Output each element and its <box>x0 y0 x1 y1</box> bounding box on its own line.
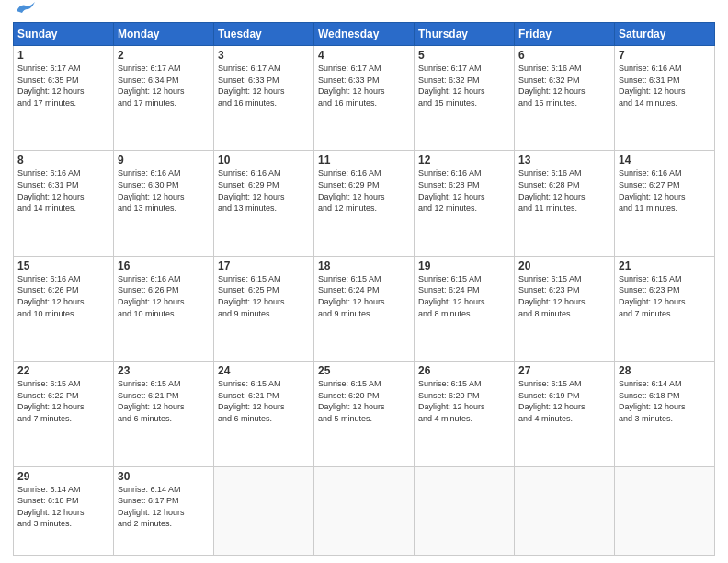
calendar-cell: 18Sunrise: 6:15 AM Sunset: 6:24 PM Dayli… <box>314 256 415 361</box>
header <box>13 9 715 17</box>
calendar-cell <box>615 466 715 555</box>
day-info: Sunrise: 6:16 AM Sunset: 6:30 PM Dayligh… <box>118 167 210 213</box>
day-info: Sunrise: 6:16 AM Sunset: 6:28 PM Dayligh… <box>518 167 610 213</box>
day-info: Sunrise: 6:15 AM Sunset: 6:22 PM Dayligh… <box>17 378 109 424</box>
day-number: 5 <box>418 49 510 62</box>
day-number: 22 <box>17 364 109 377</box>
calendar-cell: 10Sunrise: 6:16 AM Sunset: 6:29 PM Dayli… <box>214 151 314 256</box>
day-info: Sunrise: 6:15 AM Sunset: 6:19 PM Dayligh… <box>518 378 610 424</box>
day-number: 19 <box>418 259 510 272</box>
calendar-header-row: Sunday Monday Tuesday Wednesday Thursday… <box>14 23 715 46</box>
day-number: 21 <box>619 259 711 272</box>
day-info: Sunrise: 6:16 AM Sunset: 6:26 PM Dayligh… <box>118 273 210 319</box>
calendar-cell: 29Sunrise: 6:14 AM Sunset: 6:18 PM Dayli… <box>14 466 114 555</box>
col-wednesday: Wednesday <box>314 23 415 46</box>
day-number: 29 <box>17 470 109 483</box>
logo-bird-icon <box>15 2 35 17</box>
day-number: 7 <box>619 49 711 62</box>
day-number: 18 <box>318 259 410 272</box>
day-number: 23 <box>118 364 210 377</box>
day-info: Sunrise: 6:17 AM Sunset: 6:33 PM Dayligh… <box>218 63 310 109</box>
calendar-cell: 25Sunrise: 6:15 AM Sunset: 6:20 PM Dayli… <box>314 362 415 466</box>
day-info: Sunrise: 6:15 AM Sunset: 6:23 PM Dayligh… <box>518 273 610 319</box>
calendar-cell: 26Sunrise: 6:15 AM Sunset: 6:20 PM Dayli… <box>415 362 515 466</box>
day-info: Sunrise: 6:15 AM Sunset: 6:20 PM Dayligh… <box>318 378 410 424</box>
day-info: Sunrise: 6:16 AM Sunset: 6:28 PM Dayligh… <box>418 167 510 213</box>
day-number: 25 <box>318 364 410 377</box>
col-friday: Friday <box>515 23 615 46</box>
day-number: 4 <box>318 49 410 62</box>
calendar-table: Sunday Monday Tuesday Wednesday Thursday… <box>13 22 715 556</box>
day-info: Sunrise: 6:15 AM Sunset: 6:21 PM Dayligh… <box>118 378 210 424</box>
day-info: Sunrise: 6:16 AM Sunset: 6:26 PM Dayligh… <box>17 273 109 319</box>
col-monday: Monday <box>114 23 214 46</box>
day-number: 20 <box>518 259 610 272</box>
day-info: Sunrise: 6:16 AM Sunset: 6:29 PM Dayligh… <box>218 167 310 213</box>
calendar-cell <box>314 466 415 555</box>
calendar-cell: 5Sunrise: 6:17 AM Sunset: 6:32 PM Daylig… <box>415 46 515 151</box>
calendar-cell: 13Sunrise: 6:16 AM Sunset: 6:28 PM Dayli… <box>515 151 615 256</box>
calendar-cell: 16Sunrise: 6:16 AM Sunset: 6:26 PM Dayli… <box>114 256 214 361</box>
day-number: 9 <box>118 154 210 167</box>
day-info: Sunrise: 6:17 AM Sunset: 6:35 PM Dayligh… <box>17 63 109 109</box>
day-number: 28 <box>619 364 711 377</box>
day-info: Sunrise: 6:16 AM Sunset: 6:27 PM Dayligh… <box>619 167 711 213</box>
day-info: Sunrise: 6:15 AM Sunset: 6:20 PM Dayligh… <box>418 378 510 424</box>
calendar-cell: 4Sunrise: 6:17 AM Sunset: 6:33 PM Daylig… <box>314 46 415 151</box>
calendar-cell: 15Sunrise: 6:16 AM Sunset: 6:26 PM Dayli… <box>14 256 114 361</box>
col-sunday: Sunday <box>14 23 114 46</box>
day-number: 3 <box>218 49 310 62</box>
calendar-cell: 9Sunrise: 6:16 AM Sunset: 6:30 PM Daylig… <box>114 151 214 256</box>
day-number: 16 <box>118 259 210 272</box>
day-number: 8 <box>17 154 109 167</box>
calendar-cell: 28Sunrise: 6:14 AM Sunset: 6:18 PM Dayli… <box>615 362 715 466</box>
day-info: Sunrise: 6:15 AM Sunset: 6:21 PM Dayligh… <box>218 378 310 424</box>
day-number: 27 <box>518 364 610 377</box>
calendar-cell: 30Sunrise: 6:14 AM Sunset: 6:17 PM Dayli… <box>114 466 214 555</box>
day-info: Sunrise: 6:14 AM Sunset: 6:18 PM Dayligh… <box>17 484 109 530</box>
calendar-cell: 3Sunrise: 6:17 AM Sunset: 6:33 PM Daylig… <box>214 46 314 151</box>
day-number: 15 <box>17 259 109 272</box>
day-info: Sunrise: 6:14 AM Sunset: 6:18 PM Dayligh… <box>619 378 711 424</box>
day-info: Sunrise: 6:17 AM Sunset: 6:33 PM Dayligh… <box>318 63 410 109</box>
day-info: Sunrise: 6:16 AM Sunset: 6:29 PM Dayligh… <box>318 167 410 213</box>
day-number: 24 <box>218 364 310 377</box>
day-info: Sunrise: 6:14 AM Sunset: 6:17 PM Dayligh… <box>118 484 210 530</box>
day-info: Sunrise: 6:16 AM Sunset: 6:31 PM Dayligh… <box>619 63 711 109</box>
calendar-cell: 17Sunrise: 6:15 AM Sunset: 6:25 PM Dayli… <box>214 256 314 361</box>
day-number: 13 <box>518 154 610 167</box>
day-info: Sunrise: 6:16 AM Sunset: 6:31 PM Dayligh… <box>17 167 109 213</box>
day-info: Sunrise: 6:16 AM Sunset: 6:32 PM Dayligh… <box>518 63 610 109</box>
day-info: Sunrise: 6:17 AM Sunset: 6:34 PM Dayligh… <box>118 63 210 109</box>
day-number: 1 <box>17 49 109 62</box>
day-info: Sunrise: 6:15 AM Sunset: 6:24 PM Dayligh… <box>318 273 410 319</box>
calendar-cell: 12Sunrise: 6:16 AM Sunset: 6:28 PM Dayli… <box>415 151 515 256</box>
day-number: 6 <box>518 49 610 62</box>
day-number: 14 <box>619 154 711 167</box>
calendar-cell: 8Sunrise: 6:16 AM Sunset: 6:31 PM Daylig… <box>14 151 114 256</box>
day-info: Sunrise: 6:17 AM Sunset: 6:32 PM Dayligh… <box>418 63 510 109</box>
calendar-cell: 6Sunrise: 6:16 AM Sunset: 6:32 PM Daylig… <box>515 46 615 151</box>
calendar-cell: 2Sunrise: 6:17 AM Sunset: 6:34 PM Daylig… <box>114 46 214 151</box>
logo <box>13 9 35 17</box>
day-number: 30 <box>118 470 210 483</box>
day-number: 17 <box>218 259 310 272</box>
col-saturday: Saturday <box>615 23 715 46</box>
calendar-cell: 23Sunrise: 6:15 AM Sunset: 6:21 PM Dayli… <box>114 362 214 466</box>
day-number: 11 <box>318 154 410 167</box>
calendar-cell: 20Sunrise: 6:15 AM Sunset: 6:23 PM Dayli… <box>515 256 615 361</box>
day-number: 10 <box>218 154 310 167</box>
col-thursday: Thursday <box>415 23 515 46</box>
day-info: Sunrise: 6:15 AM Sunset: 6:24 PM Dayligh… <box>418 273 510 319</box>
day-number: 12 <box>418 154 510 167</box>
day-info: Sunrise: 6:15 AM Sunset: 6:23 PM Dayligh… <box>619 273 711 319</box>
page: Sunday Monday Tuesday Wednesday Thursday… <box>0 0 728 563</box>
calendar-cell: 19Sunrise: 6:15 AM Sunset: 6:24 PM Dayli… <box>415 256 515 361</box>
day-number: 26 <box>418 364 510 377</box>
calendar-cell: 7Sunrise: 6:16 AM Sunset: 6:31 PM Daylig… <box>615 46 715 151</box>
calendar-cell: 24Sunrise: 6:15 AM Sunset: 6:21 PM Dayli… <box>214 362 314 466</box>
calendar-cell <box>214 466 314 555</box>
calendar-cell: 27Sunrise: 6:15 AM Sunset: 6:19 PM Dayli… <box>515 362 615 466</box>
calendar-cell: 11Sunrise: 6:16 AM Sunset: 6:29 PM Dayli… <box>314 151 415 256</box>
calendar-cell <box>515 466 615 555</box>
